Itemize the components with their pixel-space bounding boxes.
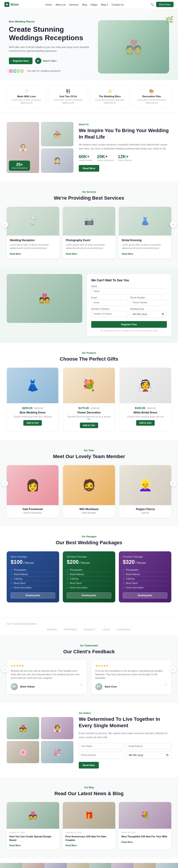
product-price-row-2: $175.00 $280.00	[66, 406, 111, 410]
instagram-item-4[interactable]: 🤵	[67, 863, 89, 868]
testimonials-next-arrow[interactable]: ›	[170, 666, 176, 672]
services-next-arrow[interactable]: ›	[170, 221, 176, 227]
contact-guests-group: Number of Guests	[91, 308, 128, 317]
product-2: 💐 $175.00 $280.00 Flower Decoration Beau…	[63, 368, 115, 431]
register-button[interactable]: Register Now	[9, 58, 32, 64]
add-to-cart-2[interactable]: Add to Cart	[80, 423, 98, 428]
nav-services[interactable]: Services	[69, 3, 79, 6]
contact-date-group: Wedding Date	[130, 308, 167, 317]
team-label: Our Team	[7, 449, 171, 452]
play-button[interactable]: ▶ Watch Video	[35, 58, 56, 64]
phone-input[interactable]	[130, 300, 167, 306]
blog-title: Read Our Latest News & Blog	[7, 790, 171, 797]
moment-phone-input[interactable]	[79, 752, 124, 759]
couple-silhouette: 💑	[125, 39, 142, 55]
stat-label-1: Happy Couples	[79, 159, 93, 161]
booking-standard-button[interactable]: Booking Now	[67, 592, 111, 598]
instagram-item-5[interactable]: 💍	[89, 863, 111, 868]
moment-email-input[interactable]	[126, 743, 171, 749]
instagram-item-6[interactable]: 🌸	[111, 863, 133, 868]
name-input[interactable]	[91, 288, 167, 294]
avatar-text: Join with 2k+ wedding experience	[27, 70, 60, 72]
nav-pages[interactable]: Pages	[91, 3, 98, 6]
service-title-2: Photography Event	[66, 239, 112, 242]
blog-read-more-1[interactable]: Read More	[9, 844, 21, 847]
services-prev-arrow[interactable]: ‹	[2, 221, 8, 227]
instagram-item-1[interactable]: 💑	[0, 863, 22, 868]
service-read-more-1[interactable]: Read More	[10, 253, 21, 255]
about-desc: We believe every couple deserves a beaut…	[79, 143, 171, 151]
nav-blog[interactable]: Blog	[82, 3, 87, 6]
instagram-item-2[interactable]: 🌹	[22, 863, 45, 868]
testimonial-1: ★★★★★ Working with this team was an abso…	[7, 660, 87, 694]
guests-input[interactable]	[91, 311, 128, 317]
nav-home[interactable]: Home	[45, 3, 52, 6]
product-body-1: $200.00 $320.00 Blue Wedding Dress Elega…	[7, 403, 58, 429]
email-input[interactable]	[91, 300, 128, 306]
stat-3: 12K+ Events Planned	[118, 154, 132, 161]
pkg-feat-3c: ✓Catering	[123, 577, 167, 581]
service-read-more-2[interactable]: Read More	[66, 253, 77, 255]
pkg-feat-5b: ✓Venue Decoration	[67, 586, 111, 590]
product-desc-2: Beautiful floral arrangement for your sp…	[66, 415, 111, 420]
product-price-row-1: $200.00 $320.00	[10, 406, 55, 410]
add-to-cart-1[interactable]: Add to Cart	[23, 420, 42, 426]
contact-email-group: Email	[91, 297, 128, 306]
services-label: Our Services	[7, 191, 171, 193]
blog-date-3: March 10, 2024	[122, 831, 169, 834]
brand-logo[interactable]: Wzoo	[4, 2, 19, 7]
team-next-arrow[interactable]: ›	[170, 480, 176, 487]
service-body-1: Wedding Reception Lorem ipsum dolor sit …	[7, 236, 59, 258]
nav-contact[interactable]: Contact Us	[111, 3, 124, 6]
moment-name-input[interactable]	[79, 743, 124, 749]
team-prev-arrow[interactable]: ‹	[2, 480, 8, 487]
moment-img-1: 💑	[7, 717, 39, 739]
service-read-more-3[interactable]: Read More	[122, 253, 133, 255]
blog-header: Our Blog Read Our Latest News & Blog	[7, 786, 171, 797]
product-name-1: Blue Wedding Dress	[10, 411, 55, 414]
search-icon[interactable]: 🔍	[150, 3, 154, 6]
play-label: Watch Video	[43, 60, 56, 62]
booking-premium-button[interactable]: Booking Now	[123, 592, 167, 598]
blog-post-3: 💐 March 10, 2024 Best Thoughtful Gift Id…	[119, 802, 171, 849]
service-desc-1: Lorem ipsum dolor sit amet consectetur a…	[10, 243, 56, 250]
instagram-item-3[interactable]: 👰	[45, 863, 67, 868]
service-desc-3: Lorem ipsum dolor sit amet consectetur a…	[122, 243, 168, 250]
add-to-cart-3[interactable]: Add to Cart	[136, 420, 154, 426]
blog-read-more-2[interactable]: Read More	[66, 844, 77, 847]
moment-book-button[interactable]: Book Now	[79, 762, 99, 769]
moment-date-input[interactable]	[126, 752, 171, 759]
booking-basic-button[interactable]: Booking Now	[11, 592, 55, 598]
nav-about[interactable]: About Us	[56, 3, 66, 6]
testimonials-header: Our Testimonials Our Client's Feedback	[7, 644, 171, 655]
instagram-item-8[interactable]: 🥂	[156, 863, 178, 868]
hero-avatars: A B C D Join with 2k+ wedding experience	[9, 69, 94, 73]
testimonials-prev-arrow[interactable]: ‹	[2, 666, 8, 672]
about-read-more-button[interactable]: Read More	[79, 165, 99, 172]
blog-post-title-2: First Anniversary Gift Idea For New Coup…	[66, 835, 112, 842]
book-now-button[interactable]: Book Now	[156, 2, 174, 7]
author-avatar-1: SK	[11, 683, 18, 690]
moment-content: Our Gallery We Determined To Live Togeth…	[79, 712, 171, 768]
guests-label: Number of Guests	[91, 308, 128, 310]
service-title-1: Wedding Reception	[10, 239, 56, 242]
feature-icon-2: 👫	[51, 89, 86, 94]
blog-read-more-3[interactable]: Read More	[122, 841, 133, 843]
instagram-item-7[interactable]: 🎂	[133, 863, 156, 868]
feature-2: 👫 Just Two Of Us Lorem dolor sit amet co…	[49, 86, 88, 107]
logo-icon	[4, 2, 9, 7]
about-img-1: 💑	[41, 122, 73, 146]
testimonials-label: Our Testimonials	[7, 644, 171, 647]
register-free-button[interactable]: Register Free	[91, 321, 167, 328]
quote-mark-1: "	[79, 682, 83, 691]
pkg-feat-1c: ✓Photography	[123, 568, 167, 572]
partners-logos: BRAND PARTNER AGENCY LOGO COMPANY	[7, 628, 171, 631]
product-name-3: White Bridal Dress	[123, 411, 168, 414]
testimonials-title: Our Client's Feedback	[7, 649, 171, 655]
nav-blog2[interactable]: Blog 2	[101, 3, 108, 6]
service-img-2: 📷	[63, 207, 115, 236]
stat-label-3: Events Planned	[118, 159, 132, 161]
blog-date-2: February 02, 2024	[66, 831, 112, 834]
date-input[interactable]	[130, 311, 167, 317]
team-name-1: Gail Forewood	[7, 507, 58, 511]
